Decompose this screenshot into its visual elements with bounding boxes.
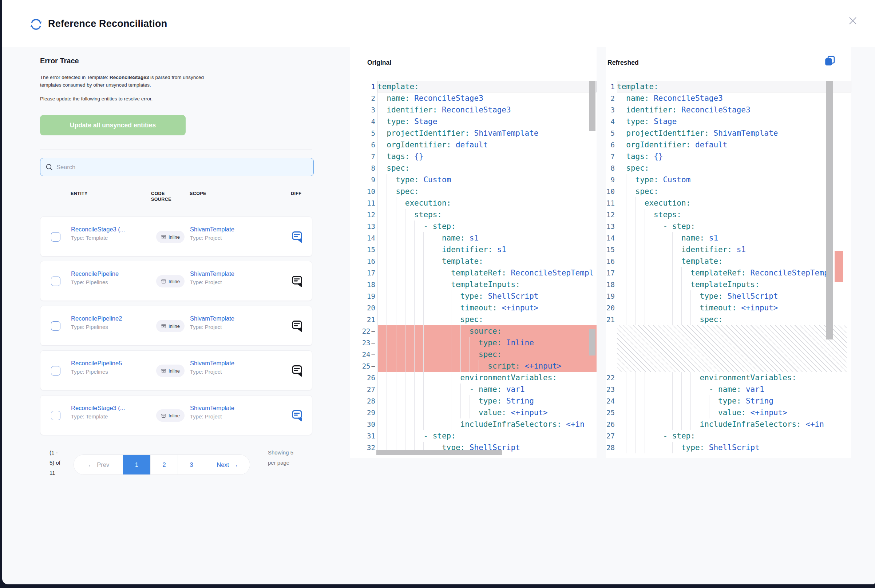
code-line: 21spec: xyxy=(350,314,597,325)
code-line: 26includeInfraSelectors: <+in xyxy=(606,418,851,430)
line-number: 20 xyxy=(606,302,617,314)
line-number: 31 xyxy=(350,430,377,442)
refreshed-code-editor: 1template:2name: ReconcileStage33identif… xyxy=(606,81,851,453)
search-input[interactable] xyxy=(56,164,308,171)
archive-icon xyxy=(161,324,167,329)
table-row: ReconcileStage3 (...Type: TemplateInline… xyxy=(40,395,312,435)
code-line: 8spec: xyxy=(350,162,597,174)
code-line: 16template: xyxy=(350,255,597,267)
code-source-badge: Inline xyxy=(156,231,185,243)
note-icon[interactable] xyxy=(291,409,303,422)
line-number: 12 xyxy=(606,209,617,220)
row-checkbox[interactable] xyxy=(51,321,60,331)
scope-link[interactable]: ShivamTemplate xyxy=(190,360,234,367)
scope-type: Type: Project xyxy=(190,413,234,420)
collapsed-deleted-region xyxy=(606,325,851,372)
line-number: 16 xyxy=(606,255,617,267)
code-source-label: Inline xyxy=(168,413,180,418)
error-trace-heading: Error Trace xyxy=(40,57,79,65)
code-line: 1template: xyxy=(606,81,851,92)
note-icon[interactable] xyxy=(291,230,303,243)
code-line: 2name: ReconcileStage3 xyxy=(350,92,597,104)
original-horizontal-scrollbar[interactable] xyxy=(376,450,502,455)
scope-link[interactable]: ShivamTemplate xyxy=(190,226,234,233)
scope-link[interactable]: ShivamTemplate xyxy=(190,405,234,411)
code-line: 17templateRef: ReconcileStepTempl xyxy=(350,267,597,279)
code-line: 15identifier: s1 xyxy=(606,244,851,255)
line-number: 15 xyxy=(350,244,377,255)
code-source-label: Inline xyxy=(168,324,180,329)
entity-link[interactable]: ReconcilePipeline2 xyxy=(71,315,122,322)
code-line: 17templateRef: ReconcileStepTempl xyxy=(606,267,851,279)
line-number: 2 xyxy=(350,92,377,104)
column-scope: SCOPE xyxy=(190,190,206,196)
note-icon[interactable] xyxy=(291,320,303,332)
line-number: 8 xyxy=(350,162,377,174)
code-line: 10spec: xyxy=(350,186,597,197)
code-source-badge: Inline xyxy=(156,410,185,422)
line-number: 23− xyxy=(350,337,377,349)
copy-icon[interactable] xyxy=(824,55,836,67)
code-line: 5projectIdentifier: ShivamTemplate xyxy=(350,128,597,139)
line-number: 4 xyxy=(606,116,617,128)
page-button-2[interactable]: 2 xyxy=(150,455,178,474)
line-number: 3 xyxy=(350,104,377,116)
code-line: 7tags: {} xyxy=(350,151,597,162)
code-line: 11execution: xyxy=(350,197,597,209)
scope-link[interactable]: ShivamTemplate xyxy=(190,270,234,277)
entity-link[interactable]: ReconcileStage3 (... xyxy=(71,405,125,411)
code-line: 19type: ShellScript xyxy=(350,290,597,302)
original-title: Original xyxy=(367,59,391,67)
line-number: 24− xyxy=(350,349,377,360)
line-number: 3 xyxy=(606,104,617,116)
entity-link[interactable]: ReconcilePipeline5 xyxy=(71,360,122,367)
code-source-badge: Inline xyxy=(156,364,185,377)
archive-icon xyxy=(161,279,167,284)
code-line: 13- step: xyxy=(606,220,851,232)
entity-link[interactable]: ReconcileStage3 (... xyxy=(71,226,125,233)
code-line: 22−source: xyxy=(350,325,597,337)
line-number: 32 xyxy=(350,442,377,453)
note-icon[interactable] xyxy=(291,364,303,376)
line-number: 29 xyxy=(350,407,377,418)
line-number: 30 xyxy=(350,418,377,430)
code-line: 18templateInputs: xyxy=(606,279,851,290)
code-line: 26environmentVariables: xyxy=(350,372,597,384)
line-number: 19 xyxy=(350,290,377,302)
next-arrow-icon: → xyxy=(232,461,239,468)
line-number: 24 xyxy=(606,395,617,407)
row-checkbox[interactable] xyxy=(51,411,60,420)
line-number: 14 xyxy=(606,232,617,244)
line-number: 13 xyxy=(606,220,617,232)
entity-type: Type: Template xyxy=(71,413,125,420)
line-number xyxy=(606,325,617,372)
line-number: 25− xyxy=(350,360,377,372)
next-page-button[interactable]: Next → xyxy=(205,455,250,474)
pagination-range: (1 -5) of11 xyxy=(50,447,71,478)
entity-link[interactable]: ReconcilePipeline xyxy=(71,270,119,277)
original-vertical-scrollbar[interactable] xyxy=(589,81,596,131)
code-line: 12steps: xyxy=(350,209,597,220)
code-line: 25value: <+input> xyxy=(606,407,851,418)
page-button-3[interactable]: 3 xyxy=(178,455,205,474)
code-source-badge: Inline xyxy=(156,275,185,288)
line-number: 5 xyxy=(606,128,617,139)
original-vertical-scrollbar-segment[interactable] xyxy=(589,329,596,356)
line-number: 21 xyxy=(606,314,617,325)
code-line: 9type: Custom xyxy=(606,174,851,186)
search-box xyxy=(40,158,314,176)
close-icon[interactable] xyxy=(847,15,858,26)
code-line: 19type: ShellScript xyxy=(606,290,851,302)
note-icon[interactable] xyxy=(291,275,303,287)
refreshed-vertical-scrollbar[interactable] xyxy=(826,81,833,339)
code-line: 23−type: Inline xyxy=(350,337,597,349)
table-row: ReconcilePipeline5Type: PipelinesInlineS… xyxy=(40,350,312,390)
scope-link[interactable]: ShivamTemplate xyxy=(190,315,234,322)
row-checkbox[interactable] xyxy=(51,276,60,286)
update-all-button[interactable]: Update all unsynced entities xyxy=(40,115,186,135)
line-number: 2 xyxy=(606,92,617,104)
prev-page-button[interactable]: ← Prev xyxy=(74,455,123,474)
row-checkbox[interactable] xyxy=(51,232,60,242)
page-button-1[interactable]: 1 xyxy=(123,455,150,474)
row-checkbox[interactable] xyxy=(51,366,60,375)
